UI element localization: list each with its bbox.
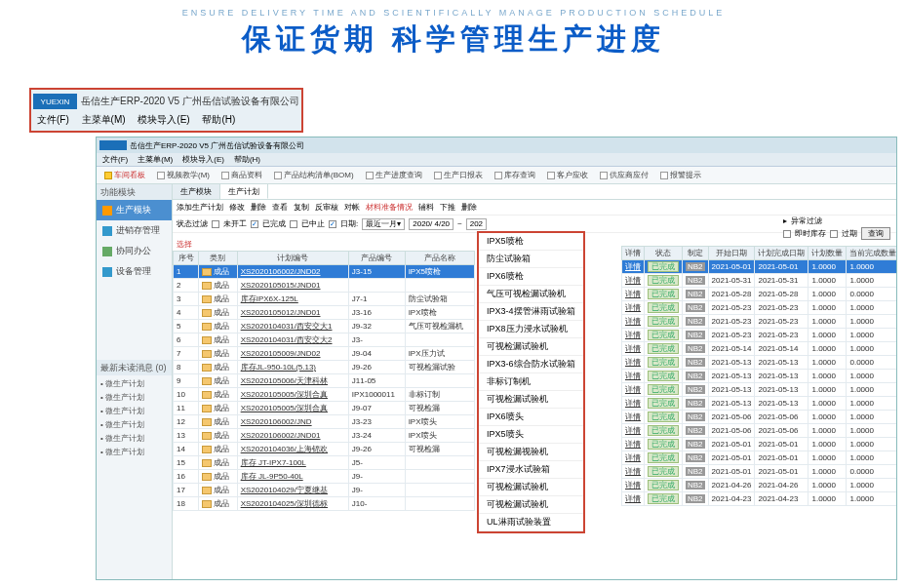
- toolbar-生产日报表[interactable]: 生产日报表: [434, 170, 483, 180]
- table-row[interactable]: 3成品库存IPX6X-125LJ7-1防尘试验箱: [174, 293, 475, 306]
- table-row[interactable]: 6成品XS2020104031/西安交大2J3-: [174, 333, 475, 347]
- action-5[interactable]: 反审核: [315, 202, 338, 213]
- table-row[interactable]: 详情已完成NB22021-05-282021-05-281.00000.0000: [622, 288, 897, 301]
- action-9[interactable]: 下推: [440, 202, 455, 213]
- table-row[interactable]: 详情已完成NB22021-05-232021-05-231.00001.0000…: [622, 329, 897, 342]
- popup-item[interactable]: 可视检漏试验机: [479, 496, 583, 514]
- action-0[interactable]: 添加生产计划: [177, 202, 223, 213]
- popup-item[interactable]: IPX3-6综合防水试验箱: [479, 356, 583, 373]
- table-row[interactable]: 详情已完成NB22021-05-132021-05-131.00001.0000…: [622, 370, 897, 383]
- popup-item[interactable]: IPX6喷头: [479, 409, 583, 426]
- table-row[interactable]: 详情已完成NB22021-05-142021-05-141.00001.0000…: [622, 342, 897, 356]
- table-row[interactable]: 15成品库存 JT-IPX7-100LJ5-: [174, 456, 475, 470]
- popup-item[interactable]: 可视检漏试验机: [479, 479, 583, 496]
- product-popup[interactable]: IPX5喷枪防尘试验箱IPX6喷枪气压可视检漏试验机IPX3-4摆管淋雨试验箱I…: [477, 231, 585, 533]
- toolbar-库存查询[interactable]: 库存查询: [494, 170, 535, 180]
- date-range-select[interactable]: 最近一月 ▾: [362, 218, 405, 230]
- cb-nostart[interactable]: [212, 220, 219, 228]
- toolbar-报警提示[interactable]: 报警提示: [660, 170, 701, 180]
- table-row[interactable]: 12成品XS2020106002/JNDJ3-23IPX喷头: [174, 415, 475, 429]
- table-row[interactable]: 详情已完成NB22021-05-312021-05-311.00001.0000…: [622, 274, 897, 288]
- action-2[interactable]: 删除: [251, 202, 266, 213]
- menu-main[interactable]: 主菜单(M): [138, 154, 173, 165]
- table-row[interactable]: 11成品XS2020105005/深圳合真J9-07可视检漏: [174, 402, 475, 415]
- action-10[interactable]: 删除: [461, 202, 477, 213]
- zoom-menu-module[interactable]: 模块导入(E): [138, 114, 189, 125]
- popup-item[interactable]: IPX8压力浸水试验机: [479, 321, 583, 338]
- nav-item[interactable]: 生产模块: [97, 200, 172, 220]
- toolbar-商品资料[interactable]: 商品资料: [221, 170, 262, 180]
- table-row[interactable]: 7成品XS2020105009/JND02J9-04IPX压力试: [174, 347, 475, 361]
- menu-file[interactable]: 文件(F): [102, 154, 128, 165]
- zoom-menubar[interactable]: 文件(F) 主菜单(M) 模块导入(E) 帮助(H): [33, 111, 299, 129]
- zoom-menu-main[interactable]: 主菜单(M): [82, 114, 126, 125]
- table-row[interactable]: 详情已完成NB22021-04-232021-04-231.00001.0000…: [622, 492, 897, 506]
- action-8[interactable]: 辅料: [418, 202, 434, 213]
- nav-item[interactable]: 进销存管理: [97, 220, 172, 241]
- table-row[interactable]: 详情已完成NB22021-05-132021-05-131.00001.0000…: [622, 397, 897, 411]
- pending-item[interactable]: • 微生产计划: [100, 418, 168, 432]
- tab-production-plan[interactable]: 生产计划: [220, 184, 268, 199]
- action-7[interactable]: 材料准备情况: [366, 202, 413, 213]
- date-to[interactable]: 202: [466, 218, 487, 230]
- popup-item[interactable]: 可视检漏试验机: [479, 391, 583, 409]
- pending-item[interactable]: • 微生产计划: [100, 391, 168, 405]
- table-row[interactable]: 详情已完成NB22021-05-132021-05-131.00000.0000: [622, 356, 897, 370]
- table-row[interactable]: 详情已完成NB22021-04-262021-04-261.00001.0000…: [622, 479, 897, 492]
- table-row[interactable]: 16成品库存 JL-9P50-40LJ9-: [174, 470, 475, 484]
- table-row[interactable]: 8成品库存JL-950-10L(5.13)J9-26可视检漏试验: [174, 361, 475, 374]
- action-4[interactable]: 复制: [294, 202, 309, 213]
- table-row[interactable]: 9成品XS2020105006/天津科林J11-05: [174, 374, 475, 388]
- table-row[interactable]: 详情已完成NB22021-05-062021-05-061.00001.0000…: [622, 411, 897, 424]
- date-from[interactable]: 2020/ 4/20: [409, 218, 454, 230]
- toolbar-产品结构清单(BOM)[interactable]: 产品结构清单(BOM): [274, 170, 354, 180]
- pending-item[interactable]: • 微生产计划: [100, 405, 168, 418]
- zoom-menu-file[interactable]: 文件(F): [37, 114, 69, 125]
- table-row[interactable]: 详情已完成NB22021-05-012021-05-011.00001.0000…: [622, 438, 897, 451]
- pending-item[interactable]: • 微生产计划: [100, 446, 168, 459]
- cb-date[interactable]: [329, 220, 336, 228]
- table-row[interactable]: 5成品XS2020104031/西安交大1J9-32气压可视检漏机: [174, 320, 475, 333]
- table-row[interactable]: 详情已完成NB22021-05-012021-05-011.00000.0000: [622, 465, 897, 479]
- pending-item[interactable]: • 微生产计划: [100, 377, 168, 391]
- table-row[interactable]: 详情已完成NB22021-05-232021-05-231.00001.0000…: [622, 301, 897, 315]
- toolbar-供应商应付[interactable]: 供应商应付: [600, 170, 649, 180]
- table-row[interactable]: 2成品XS2020105015/JND01: [174, 279, 475, 293]
- zoom-menu-help[interactable]: 帮助(H): [202, 114, 235, 125]
- table-row[interactable]: 18成品XS2020104025/深圳德标J10-: [174, 497, 475, 511]
- popup-item[interactable]: 非标订制机: [479, 373, 583, 391]
- table-row[interactable]: 详情已完成NB22021-05-062021-05-061.00001.0000…: [622, 424, 897, 438]
- table-row[interactable]: 详情已完成NB22021-05-132021-05-131.00001.0000…: [622, 383, 897, 397]
- action-1[interactable]: 修改: [229, 202, 245, 213]
- nav-item[interactable]: 协同办公: [97, 241, 172, 261]
- cb-stopped[interactable]: [290, 220, 297, 228]
- pending-item[interactable]: • 微生产计划: [100, 432, 168, 446]
- action-6[interactable]: 对帐: [344, 202, 360, 213]
- table-row[interactable]: 详情已完成NB22021-05-232021-05-231.00001.0000…: [622, 315, 897, 329]
- tab-production-module[interactable]: 生产模块: [173, 184, 220, 199]
- popup-item[interactable]: 可视检漏试验机: [479, 338, 583, 356]
- popup-item[interactable]: 气压可视检漏试验机: [479, 286, 583, 303]
- popup-item[interactable]: 可视检漏视验机: [479, 444, 583, 461]
- nav-item[interactable]: 设备管理: [97, 261, 172, 282]
- action-3[interactable]: 查看: [272, 202, 288, 213]
- popup-item[interactable]: IPX3-4摆管淋雨试验箱: [479, 303, 583, 321]
- popup-item[interactable]: IPX7浸水试验箱: [479, 461, 583, 479]
- toolbar-客户应收[interactable]: 客户应收: [547, 170, 588, 180]
- table-row[interactable]: 详情已完成NB22021-05-012021-05-011.00001.0000…: [622, 260, 897, 274]
- popup-item[interactable]: IPX5喷枪: [479, 233, 583, 251]
- popup-item[interactable]: UL淋雨试验装置: [479, 514, 583, 531]
- cb-done[interactable]: [251, 220, 258, 228]
- popup-item[interactable]: 防尘试验箱: [479, 251, 583, 268]
- table-row[interactable]: 10成品XS2020105005/深圳合真IPX1000011非标订制: [174, 388, 475, 402]
- toolbar-车间看板[interactable]: 车间看板: [104, 170, 145, 180]
- table-row[interactable]: 14成品XS2020104036/上海锦欢J9-26可视检漏: [174, 443, 475, 456]
- table-row[interactable]: 1成品XS2020106002/JND02J3-15IPX5喷枪: [174, 265, 475, 279]
- menu-help[interactable]: 帮助(H): [234, 154, 260, 165]
- toolbar-视频教学(M)[interactable]: 视频教学(M): [157, 170, 210, 180]
- popup-item[interactable]: IPX5喷头: [479, 426, 583, 444]
- table-row[interactable]: 详情已完成NB22021-05-012021-05-011.00001.0000…: [622, 451, 897, 465]
- popup-item[interactable]: IPX6喷枪: [479, 268, 583, 286]
- table-row[interactable]: 4成品XS2020105012/JND01J3-16IPX喷枪: [174, 306, 475, 320]
- table-row[interactable]: 17成品XS2020104029/宁夏继基J9-: [174, 484, 475, 497]
